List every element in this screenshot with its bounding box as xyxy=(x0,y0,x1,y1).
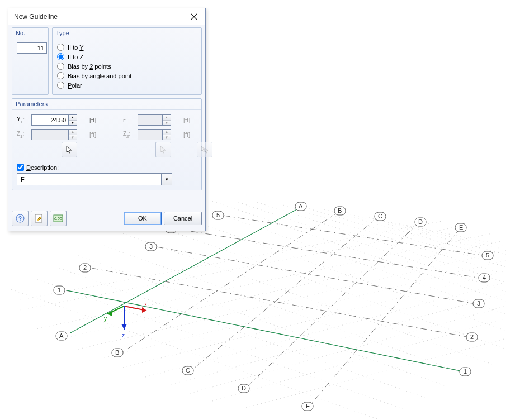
svg-line-21 xyxy=(101,260,506,359)
svg-text:x: x xyxy=(144,301,147,307)
svg-line-24 xyxy=(168,294,506,385)
pencil-icon xyxy=(34,213,44,223)
input-z1: ▲▼ xyxy=(31,129,77,140)
svg-line-4 xyxy=(101,245,470,375)
gridlabel-top-C: C xyxy=(375,212,386,221)
svg-line-40 xyxy=(67,290,463,371)
svg-text:A: A xyxy=(59,332,64,339)
svg-text:5: 5 xyxy=(216,212,220,218)
svg-rect-59 xyxy=(455,223,466,232)
svg-text:D: D xyxy=(418,218,423,225)
gridlabel-top-E: E xyxy=(455,223,466,232)
radio-bias-angle[interactable]: Bias by angle and point xyxy=(57,71,197,80)
svg-text:1: 1 xyxy=(464,368,467,375)
svg-rect-87 xyxy=(479,274,490,282)
svg-line-19 xyxy=(56,241,500,340)
svg-line-17 xyxy=(391,222,506,246)
svg-text:B: B xyxy=(115,349,119,356)
svg-rect-89 xyxy=(482,251,493,260)
pick-point-1-button[interactable] xyxy=(62,142,77,157)
svg-text:C: C xyxy=(378,213,382,219)
group-parameters: Parameters Y1: ▲▼ [ft] r: ▲▼ xyxy=(12,98,202,190)
radio-bias-2points[interactable]: Bias by 2 points xyxy=(57,61,197,71)
unit-y1: [ft] xyxy=(89,117,101,123)
svg-text:1: 1 xyxy=(58,287,61,293)
svg-rect-81 xyxy=(460,367,471,376)
svg-line-42 xyxy=(124,306,146,311)
svg-rect-61 xyxy=(56,332,67,340)
label-y1: Y1: xyxy=(17,116,29,124)
ok-button[interactable]: OK xyxy=(124,212,162,225)
svg-line-15 xyxy=(347,213,506,255)
titlebar[interactable]: New Guideline xyxy=(8,8,205,25)
svg-text:B: B xyxy=(338,207,342,214)
spin-down-icon[interactable]: ▼ xyxy=(69,121,77,126)
pick-point-2-button xyxy=(155,142,171,157)
svg-line-3 xyxy=(78,256,447,386)
origin-ucs: x y z xyxy=(104,301,147,338)
description-label: Description: xyxy=(26,164,59,171)
svg-rect-67 xyxy=(238,384,249,393)
gridlabel-top-A: A xyxy=(295,202,306,211)
label-r: r: xyxy=(123,117,135,123)
svg-text:D: D xyxy=(242,385,246,392)
svg-rect-51 xyxy=(295,202,306,211)
radio-parallel-z[interactable]: II to Z xyxy=(57,52,197,61)
units-button[interactable]: 0.00 xyxy=(50,211,67,226)
svg-rect-71 xyxy=(54,286,65,294)
svg-line-33 xyxy=(177,229,481,278)
cursor-pair-icon xyxy=(200,145,209,154)
svg-text:2: 2 xyxy=(83,264,87,271)
svg-line-2 xyxy=(56,267,425,398)
svg-text:0.00: 0.00 xyxy=(54,217,62,221)
no-input[interactable] xyxy=(17,42,47,54)
svg-rect-55 xyxy=(375,212,386,221)
svg-marker-49 xyxy=(121,324,127,330)
svg-line-7 xyxy=(168,212,506,331)
svg-line-16 xyxy=(369,218,506,250)
svg-line-25 xyxy=(190,306,506,393)
radio-parallel-y[interactable]: II to Y xyxy=(57,42,197,52)
chevron-down-icon[interactable]: ▾ xyxy=(161,173,172,185)
input-y1[interactable]: ▲▼ xyxy=(31,114,77,126)
svg-line-28 xyxy=(17,221,442,300)
svg-line-10 xyxy=(235,201,506,292)
help-icon: ? xyxy=(15,213,25,223)
svg-text:4: 4 xyxy=(483,274,486,281)
description-input[interactable] xyxy=(17,173,161,185)
radio-polar[interactable]: Polar xyxy=(57,80,197,90)
gridlabel-top-B: B xyxy=(334,207,346,215)
label-z1: Z1: xyxy=(17,131,29,139)
group-no-title: No. xyxy=(12,28,48,39)
svg-line-11 xyxy=(257,202,506,283)
svg-line-8 xyxy=(190,204,506,314)
label-z2: Z2: xyxy=(123,131,135,139)
group-type: Type II to Y II to Z xyxy=(52,27,202,95)
cancel-button[interactable]: Cancel xyxy=(164,212,202,225)
svg-line-37 xyxy=(193,216,380,369)
spin-up-icon[interactable]: ▲ xyxy=(69,115,77,121)
svg-line-31 xyxy=(92,268,470,337)
svg-text:2: 2 xyxy=(470,333,474,340)
svg-line-39 xyxy=(310,228,461,405)
svg-line-20 xyxy=(78,250,506,349)
help-button[interactable]: ? xyxy=(12,211,29,226)
close-button[interactable] xyxy=(185,9,203,24)
svg-rect-53 xyxy=(334,207,346,215)
svg-text:C: C xyxy=(186,367,190,374)
svg-line-38 xyxy=(246,221,420,388)
svg-rect-73 xyxy=(79,264,91,272)
input-z2: ▲▼ xyxy=(138,129,171,140)
svg-line-23 xyxy=(145,282,506,377)
svg-line-34 xyxy=(224,216,485,256)
svg-line-29 xyxy=(246,338,506,408)
edit-button[interactable] xyxy=(31,211,48,226)
svg-rect-75 xyxy=(145,242,157,251)
svg-line-12 xyxy=(280,204,506,275)
svg-line-26 xyxy=(212,318,506,401)
svg-text:z: z xyxy=(122,332,125,338)
group-type-title: Type xyxy=(53,28,201,39)
svg-line-6 xyxy=(145,222,506,349)
description-checkbox[interactable] xyxy=(17,164,24,171)
description-combo[interactable]: ▾ xyxy=(17,173,172,185)
